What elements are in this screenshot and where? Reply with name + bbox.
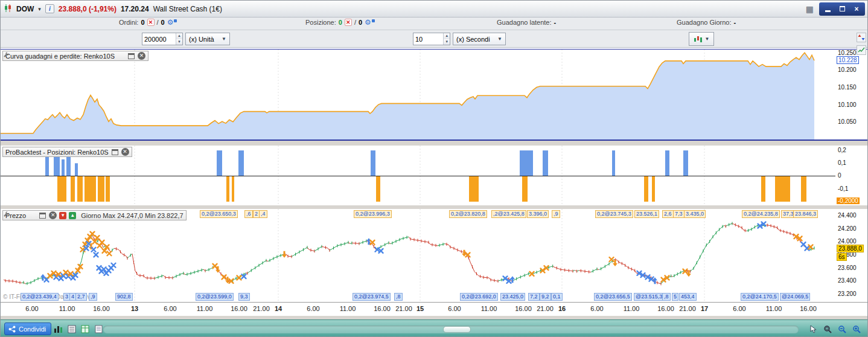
layout-grid-icon[interactable]: ▦ xyxy=(806,4,814,14)
chart-type-button[interactable]: ▼ xyxy=(689,32,714,46)
trade-label: 9,2 xyxy=(540,293,551,301)
price-change: 23.888,0 (-1,91%) xyxy=(59,5,116,13)
news-icon[interactable] xyxy=(92,323,104,335)
quantity-input[interactable] xyxy=(142,33,176,45)
spin-down-icon[interactable]: ▼ xyxy=(444,39,450,45)
positions-panel-title: ProBacktest - Posizioni: Renko10S xyxy=(5,149,109,156)
axis-tick-label: 23.200 xyxy=(838,290,857,297)
zoom-in-icon[interactable] xyxy=(850,323,863,335)
time-axis-label: 16.00 xyxy=(800,305,817,312)
quantity-unit-value: (x) Unità xyxy=(189,36,214,43)
trade-label: @24.069,5 xyxy=(780,293,810,301)
maximize-icon[interactable] xyxy=(838,5,846,13)
axis-tick-label: 23.400 xyxy=(838,277,857,284)
time-axis-label: 16 xyxy=(558,305,566,312)
spin-up-icon[interactable]: ▲ xyxy=(176,33,182,39)
stats-bar: Ordini: 0 ✕ / 0 ⚙ Posizione: 0 ✕ / 0 ⚙ G… xyxy=(1,18,867,30)
equity-panel-header: Curva guadagni e perdite: Renko10S ✕ xyxy=(2,51,148,61)
trade-label: 23.846,3 xyxy=(793,210,818,218)
wrench-icon[interactable] xyxy=(28,211,36,219)
share-button[interactable]: Condividi xyxy=(4,323,51,335)
orders-label: Ordini: xyxy=(119,19,138,26)
trade-label: ,2@23.425,8 xyxy=(491,210,526,218)
orders-separator: / xyxy=(157,19,159,26)
chevron-down-icon[interactable]: ▾ xyxy=(38,6,41,12)
time-axis-label: 16.00 xyxy=(231,305,247,312)
wrench-icon[interactable] xyxy=(117,52,125,60)
buy-sell-signals-icon[interactable] xyxy=(857,33,866,42)
scrollbar-thumb[interactable] xyxy=(443,326,471,333)
right-edge-toolbar xyxy=(856,33,867,55)
trade-label: 9,3 xyxy=(238,293,250,301)
day-high-low: Giorno Max 24.247,0 Min 23.822,7 xyxy=(81,212,183,219)
price-panel-header: Prezzo ✕ ▼ ▲ Giorno Max 24.247,0 Min 23.… xyxy=(2,210,187,220)
sell-marker-icon[interactable]: ▼ xyxy=(59,212,66,219)
time-axis-label: 21.00 xyxy=(253,305,270,312)
cursor-icon[interactable] xyxy=(807,323,819,335)
interval-stepper: ▲▼ xyxy=(413,33,450,45)
trade-label: ,9 xyxy=(552,210,560,218)
gear-badge-icon xyxy=(372,19,375,22)
strategy-chart-icon[interactable] xyxy=(857,45,866,55)
axis-tick-label: 10.150 xyxy=(838,84,857,91)
table-icon[interactable] xyxy=(79,323,91,335)
time-axis-label: 11.00 xyxy=(340,305,356,312)
zoom-select-icon[interactable] xyxy=(822,323,834,335)
equity-panel-title: Curva guadagni e perdite: Renko10S xyxy=(5,53,115,60)
candlestick-logo-icon xyxy=(4,4,12,14)
trade-label: 0,2@23.599,0 xyxy=(196,293,234,301)
spin-up-icon[interactable]: ▲ xyxy=(444,33,450,39)
buy-marker-icon[interactable]: ▲ xyxy=(69,212,76,219)
trade-label: 3.435,0 xyxy=(684,210,706,218)
time-axis-label: 6.00 xyxy=(307,305,319,312)
gear-badge-icon xyxy=(174,19,177,22)
axis-tick-label: 23.600 xyxy=(838,265,857,271)
equity-chart-canvas[interactable] xyxy=(1,50,835,140)
detach-window-icon[interactable] xyxy=(39,211,46,219)
trade-label: 0,2@23.692,0 xyxy=(460,293,498,301)
time-axis-label: 6.00 xyxy=(448,305,461,312)
time-axis-label: 13 xyxy=(131,305,138,312)
info-icon[interactable]: i xyxy=(45,4,54,13)
close-window-icon[interactable]: × xyxy=(853,5,860,13)
panel-splitter[interactable] xyxy=(1,141,868,146)
interval-unit-select[interactable]: (x) Secondi ▼ xyxy=(453,33,506,45)
zoom-out-icon[interactable] xyxy=(836,323,848,335)
price-chart-canvas[interactable] xyxy=(1,209,835,302)
trade-label: 0,2@23.439,4 xyxy=(21,293,59,301)
spin-down-icon[interactable]: ▼ xyxy=(176,39,182,45)
day-gain-value: - xyxy=(734,19,736,26)
position-separator: / xyxy=(354,19,356,26)
quantity-unit-select[interactable]: (x) Unità ▼ xyxy=(185,33,230,45)
horizontal-scrollbar[interactable] xyxy=(103,326,799,333)
chevron-down-icon: ▼ xyxy=(705,36,710,42)
detach-window-icon[interactable] xyxy=(127,52,135,60)
axis-tick-label: 0 xyxy=(838,172,841,179)
time-axis-label: 21.00 xyxy=(395,305,412,312)
close-panel-icon[interactable]: ✕ xyxy=(49,211,57,219)
orders-settings-gear-icon[interactable]: ⚙ xyxy=(167,19,174,26)
position-group: Posizione: 0 ✕ / 0 ⚙ xyxy=(305,19,375,26)
time-axis-label: 16.00 xyxy=(374,305,391,312)
time-axis[interactable]: 6.0011.0016.00136.0011.0016.0021.00146.0… xyxy=(1,302,868,316)
positions-panel-header: ProBacktest - Posizioni: Renko10S ✕ xyxy=(2,147,132,157)
trade-label: 0,2@23.745,3 xyxy=(595,210,633,218)
instrument-name[interactable]: DOW xyxy=(16,5,34,13)
interval-spinner: ▲▼ xyxy=(443,33,450,45)
cancel-orders-icon[interactable]: ✕ xyxy=(147,19,155,26)
axis-tick-label: -0,1 xyxy=(838,185,848,192)
orders-list-icon[interactable] xyxy=(66,323,78,335)
close-panel-icon[interactable]: ✕ xyxy=(121,148,129,156)
detach-window-icon[interactable] xyxy=(111,148,119,156)
close-position-icon[interactable]: ✕ xyxy=(345,19,352,26)
time-axis-label: 16.00 xyxy=(657,305,674,312)
close-panel-icon[interactable]: ✕ xyxy=(138,52,145,60)
position-settings-gear-icon[interactable]: ⚙ xyxy=(365,19,371,26)
indicator-tool-icon[interactable] xyxy=(53,323,65,335)
position-label: Posizione: xyxy=(305,19,336,26)
time-axis-label: 16.00 xyxy=(515,305,532,312)
trade-label: 23.526,1 xyxy=(634,210,659,218)
interval-input[interactable] xyxy=(413,33,443,45)
minimize-icon[interactable] xyxy=(824,5,831,13)
trade-label: ,8 xyxy=(394,293,403,301)
